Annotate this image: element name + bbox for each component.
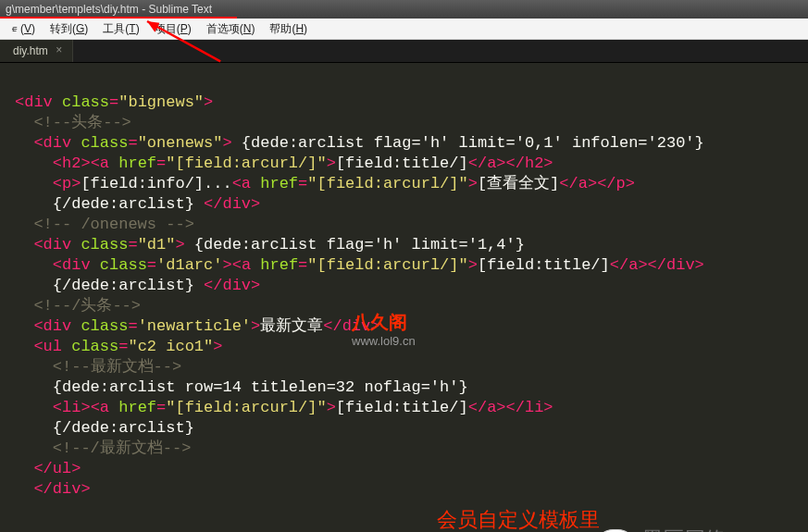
tab-label: diy.htm bbox=[13, 44, 48, 57]
annotation-line1: 会员自定义模板里 bbox=[437, 507, 600, 532]
menu-project[interactable]: 项目(P) bbox=[147, 19, 199, 39]
menu-goto[interactable]: 转到(G) bbox=[43, 19, 95, 39]
menu-tools[interactable]: 工具(T) bbox=[95, 19, 146, 39]
menu-prefs[interactable]: 首选项(N) bbox=[199, 19, 263, 39]
mushroom-icon bbox=[590, 526, 639, 532]
code-content: <div class="bignews"> <!--头条--> <div cla… bbox=[0, 63, 808, 505]
menu-view[interactable]: ᰀ(V) bbox=[2, 20, 43, 37]
close-icon[interactable]: × bbox=[54, 44, 65, 56]
code-editor[interactable]: <div class="bignews"> <!--头条--> <div cla… bbox=[0, 63, 808, 532]
tab-diy-htm[interactable]: diy.htm × bbox=[0, 40, 73, 62]
window-titlebar: g\member\templets\diy.htm - Sublime Text bbox=[0, 0, 808, 19]
brand-line1: 黑区网络 bbox=[642, 528, 746, 532]
menubar: ᰀ(V) 转到(G) 工具(T) 项目(P) 首选项(N) 帮助(H) bbox=[0, 19, 808, 40]
annotation-underline bbox=[0, 17, 237, 19]
window-title: g\member\templets\diy.htm - Sublime Text bbox=[6, 3, 212, 16]
menu-help[interactable]: 帮助(H) bbox=[262, 19, 315, 39]
watermark-brand: 黑区网络 WWW.HEIQU.COM bbox=[590, 526, 746, 532]
tab-bar: diy.htm × bbox=[0, 40, 808, 63]
annotation-text: 会员自定义模板里 写织梦标签 bbox=[437, 507, 600, 532]
